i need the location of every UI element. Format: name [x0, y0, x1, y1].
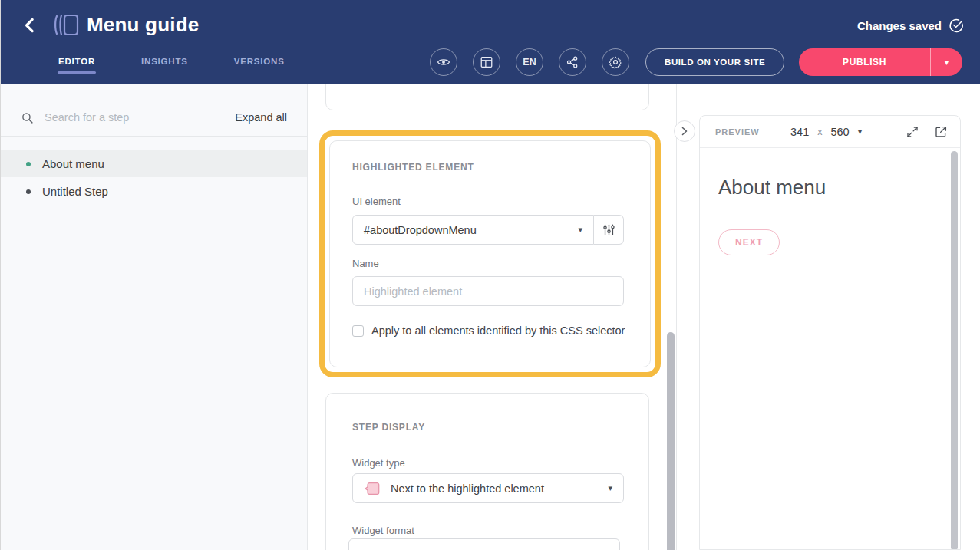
changes-saved-label: Changes saved [857, 19, 942, 32]
step-search-row: Expand all [1, 100, 307, 135]
publish-button-group: PUBLISH ▾ [799, 48, 962, 76]
layout-button[interactable] [473, 48, 500, 76]
tab-insights[interactable]: INSIGHTS [141, 57, 188, 74]
expand-resize-icon[interactable] [906, 125, 919, 139]
editor-column: HIGHLIGHTED ELEMENT UI element #aboutDro… [308, 84, 677, 550]
gear-icon [609, 55, 622, 69]
sidebar-item-about-menu[interactable]: About menu [1, 150, 307, 177]
tab-editor[interactable]: EDITOR [58, 57, 95, 74]
publish-dropdown-button[interactable]: ▾ [931, 48, 962, 76]
preview-header: PREVIEW 341 x 560 ▾ [700, 116, 960, 148]
name-input[interactable] [352, 276, 624, 306]
section-title: STEP DISPLAY [352, 422, 425, 433]
open-external-icon[interactable] [934, 125, 948, 139]
widget-type-value: Next to the highlighted element [391, 482, 544, 495]
saved-check-icon [949, 18, 964, 33]
highlighted-element-outline: HIGHLIGHTED ELEMENT UI element #aboutDro… [319, 130, 661, 377]
editor-scrollbar[interactable] [667, 332, 675, 550]
step-label: Untitled Step [42, 185, 108, 198]
widget-type-select-row: Next to the highlighted element ▾ [352, 473, 624, 503]
share-button[interactable] [559, 48, 586, 76]
settings-button[interactable] [602, 48, 629, 76]
section-title: HIGHLIGHTED ELEMENT [352, 162, 474, 173]
ui-element-label: UI element [352, 196, 401, 207]
next-button[interactable]: NEXT [718, 229, 780, 255]
highlighted-element-card: HIGHLIGHTED ELEMENT UI element #aboutDro… [329, 140, 651, 367]
changes-saved-status: Changes saved [857, 18, 964, 33]
layout-icon [480, 55, 493, 69]
ui-element-value: #aboutDropdownMenu [364, 224, 477, 236]
language-badge: EN [523, 57, 536, 68]
widget-format-select[interactable]: Light [348, 538, 620, 550]
back-arrow-icon[interactable] [21, 15, 41, 35]
share-icon [566, 55, 579, 69]
collapse-panel-button[interactable] [674, 120, 695, 142]
topbar-tabs: EDITOR INSIGHTS VERSIONS [58, 57, 285, 74]
chevron-down-icon: ▾ [858, 127, 863, 136]
publish-caret-icon: ▾ [945, 58, 949, 67]
chevron-down-icon: ▾ [578, 226, 582, 234]
search-icon [21, 111, 34, 124]
apply-all-label: Apply to all elements identified by this… [371, 324, 625, 337]
sidebar-item-untitled-step[interactable]: Untitled Step [1, 178, 307, 205]
preview-width-value: 341 [790, 126, 809, 138]
card-above-partial [325, 84, 649, 110]
eye-icon [437, 55, 450, 69]
app-logo-icon [54, 13, 80, 38]
expand-all-link[interactable]: Expand all [235, 111, 287, 124]
chevron-down-icon: ▾ [608, 484, 612, 492]
steps-sidebar: Expand all About menu Untitled Step [1, 84, 308, 550]
preview-header-icons [906, 125, 948, 139]
ui-element-select[interactable]: #aboutDropdownMenu ▾ [352, 215, 594, 245]
tab-versions[interactable]: VERSIONS [234, 57, 285, 74]
step-label: About menu [42, 157, 104, 170]
tooltip-widget-icon [364, 480, 381, 497]
step-status-dot [26, 162, 31, 166]
preview-step-title: About menu [718, 176, 826, 199]
step-status-dot [26, 189, 31, 194]
topbar: Menu guide EDITOR INSIGHTS VERSIONS Chan… [1, 0, 980, 84]
preview-title: PREVIEW [715, 127, 760, 137]
search-input[interactable] [45, 111, 235, 124]
tune-sliders-icon [602, 223, 615, 236]
step-display-card: STEP DISPLAY Widget type Next to the hig… [325, 393, 649, 550]
toolbar-icon-row: EN [430, 48, 629, 76]
widget-type-label: Widget type [352, 457, 405, 469]
apply-all-checkbox-row[interactable]: Apply to all elements identified by this… [352, 324, 625, 337]
preview-size-dropdown[interactable]: 341 x 560 ▾ [790, 126, 862, 138]
publish-button[interactable]: PUBLISH [799, 48, 930, 76]
widget-type-select[interactable]: Next to the highlighted element ▾ [352, 473, 624, 503]
build-on-your-site-button[interactable]: BUILD ON YOUR SITE [645, 48, 784, 76]
preview-panel: PREVIEW 341 x 560 ▾ About menu NEXT [699, 115, 961, 550]
preview-size-separator: x [817, 127, 822, 137]
preview-scrollbar[interactable] [951, 151, 958, 550]
widget-format-label: Widget format [352, 525, 414, 536]
ui-element-select-row: #aboutDropdownMenu ▾ [352, 215, 624, 245]
app-window: Menu guide EDITOR INSIGHTS VERSIONS Chan… [0, 0, 980, 550]
checkbox-unchecked[interactable] [352, 325, 364, 337]
page-title: Menu guide [87, 13, 199, 37]
preview-eye-button[interactable] [430, 48, 457, 76]
language-button[interactable]: EN [516, 48, 543, 76]
name-label: Name [352, 258, 379, 269]
sidebar-divider [1, 136, 307, 137]
preview-height-value: 560 [830, 126, 849, 138]
chevron-right-icon [681, 127, 688, 136]
element-settings-button[interactable] [594, 215, 624, 245]
